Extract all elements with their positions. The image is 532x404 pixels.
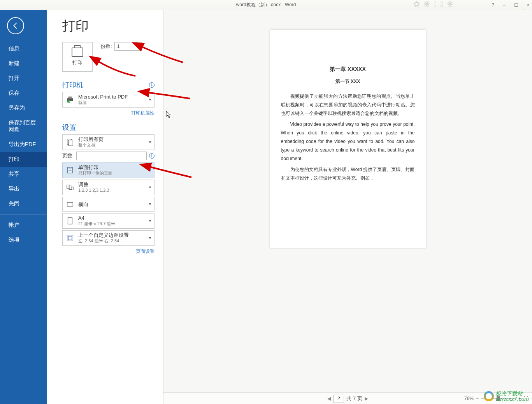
print-pane: 打印 打印 份数: 1 ▲▼ 打印机 i	[47, 10, 163, 404]
collate-icon	[65, 182, 75, 192]
copies-spinner[interactable]: 1 ▲▼	[114, 42, 142, 51]
backstage-sidebar: 信息 新建 打开 保存 另存为 保存到百度网盘 导出为PDF 打印 共享 导出 …	[0, 10, 47, 404]
doc-para-1: 视频提供了功能强大的方法帮助您证明您的观点。当您单击联机视频时，可以在想要添加的…	[281, 92, 415, 118]
sidebar-separator	[0, 214, 47, 215]
back-button[interactable]	[7, 17, 24, 34]
margins-icon	[65, 233, 75, 243]
doc-section-title: 第一节 XXX	[281, 77, 415, 86]
pages-input[interactable]	[76, 152, 147, 160]
spinner-arrows-icon[interactable]: ▲▼	[137, 43, 141, 49]
sidebar-item-exportpdf[interactable]: 导出为PDF	[0, 137, 47, 152]
sidebar-item-baidu[interactable]: 保存到百度网盘	[0, 115, 47, 137]
print-preview: 第一章 XXXXX 第一节 XXX 视频提供了功能强大的方法帮助您证明您的观点。…	[163, 10, 532, 404]
orientation-icon	[65, 199, 75, 209]
print-button-label: 打印	[72, 59, 83, 66]
svg-rect-11	[67, 202, 73, 206]
current-page-input[interactable]	[333, 395, 344, 402]
svg-rect-14	[68, 236, 72, 240]
pages-label: 页数:	[62, 152, 74, 159]
preview-footer: ◀ 共 7 页 ▶ 76% − + ⛶	[163, 392, 532, 404]
document-title: word教程（新）.docx - Word	[236, 2, 296, 8]
zoom-level: 76%	[464, 396, 474, 401]
svg-rect-8	[67, 185, 70, 189]
caret-down-icon: ▼	[148, 202, 152, 206]
print-button[interactable]: 打印	[62, 42, 93, 72]
printer-status: 就绪	[78, 100, 128, 106]
caret-down-icon: ▼	[148, 168, 152, 172]
caret-down-icon: ▼	[148, 219, 152, 223]
close-button[interactable]: ×	[527, 2, 530, 8]
printer-icon	[72, 48, 83, 57]
decor-birds: ✿ ❀ 𓅯 𓅮 ❀	[413, 0, 454, 9]
doc-para-2: Video provides a powerful way to help yo…	[281, 120, 415, 163]
sidebar-item-options[interactable]: 选项	[0, 233, 47, 247]
watermark: 极光下载站 www.xz7.com	[484, 391, 529, 402]
svg-rect-12	[68, 218, 72, 224]
watermark-logo-icon	[484, 391, 494, 401]
help-icon[interactable]: ?	[492, 2, 494, 8]
sidebar-item-new[interactable]: 新建	[0, 56, 47, 71]
page-setup-link[interactable]: 页面设置	[62, 248, 155, 255]
setting-collate[interactable]: 调整1,2,3 1,2,3 1,2,3 ▼	[62, 180, 155, 195]
sidebar-item-info[interactable]: 信息	[0, 41, 47, 56]
printer-selector[interactable]: Microsoft Print to PDF 就绪 ▼	[62, 92, 155, 108]
caret-down-icon: ▼	[148, 98, 152, 102]
setting-print-range[interactable]: 打印所有页整个文档 ▼	[62, 134, 155, 150]
setting-orientation[interactable]: 横向 ▼	[62, 197, 155, 212]
pages-icon	[65, 137, 75, 147]
sidebar-item-export[interactable]: 导出	[0, 182, 47, 196]
doc-para-3: 为使您的文档具有专业外观，Word 提供了页眉、页脚、封面和文本框设计，这些设计…	[281, 165, 415, 182]
printer-device-icon	[65, 95, 75, 105]
caret-down-icon: ▼	[148, 185, 152, 189]
caret-down-icon: ▼	[148, 236, 152, 240]
minimize-button[interactable]: −	[503, 2, 506, 8]
next-page-button[interactable]: ▶	[365, 396, 368, 401]
copies-label: 份数:	[100, 43, 112, 50]
svg-rect-9	[69, 186, 72, 189]
printer-properties-link[interactable]: 打印机属性	[62, 110, 155, 116]
settings-section-title: 设置	[62, 123, 155, 132]
info-icon[interactable]: i	[149, 82, 155, 88]
sidebar-item-share[interactable]: 共享	[0, 167, 47, 182]
single-side-icon	[65, 165, 75, 175]
svg-rect-1	[68, 97, 72, 99]
printer-section-title: 打印机 i	[62, 80, 155, 90]
sidebar-item-print[interactable]: 打印	[0, 152, 47, 167]
info-icon[interactable]: i	[149, 153, 155, 159]
total-pages-label: 共 7 页	[346, 395, 362, 402]
print-heading: 打印	[62, 17, 155, 35]
svg-rect-4	[68, 140, 73, 146]
setting-margins[interactable]: 上一个自定义边距设置左: 2.54 厘米 右: 2.54… ▼	[62, 230, 155, 246]
setting-duplex[interactable]: 单面打印只打印一侧的页面 ▼	[62, 162, 155, 178]
preview-page: 第一章 XXXXX 第一节 XXX 视频提供了功能强大的方法帮助您证明您的观点。…	[270, 30, 426, 248]
setting-paper-size[interactable]: A421 厘米 x 29.7 厘米 ▼	[62, 213, 155, 229]
sidebar-item-account[interactable]: 帐户	[0, 218, 47, 233]
prev-page-button[interactable]: ◀	[327, 396, 331, 401]
sidebar-item-save[interactable]: 保存	[0, 86, 47, 101]
sidebar-item-saveas[interactable]: 另存为	[0, 101, 47, 115]
caret-down-icon: ▼	[148, 140, 152, 144]
doc-chapter-title: 第一章 XXXXX	[281, 65, 415, 73]
copies-value: 1	[115, 44, 137, 49]
paper-icon	[65, 216, 75, 226]
sidebar-item-open[interactable]: 打开	[0, 71, 47, 86]
sidebar-item-close[interactable]: 关闭	[0, 196, 47, 211]
zoom-out-button[interactable]: −	[476, 396, 479, 401]
maximize-button[interactable]: ☐	[514, 2, 518, 8]
title-bar: ✿ ❀ 𓅯 𓅮 ❀ word教程（新）.docx - Word ? − ☐ × …	[0, 0, 532, 10]
printer-name: Microsoft Print to PDF	[78, 94, 128, 100]
